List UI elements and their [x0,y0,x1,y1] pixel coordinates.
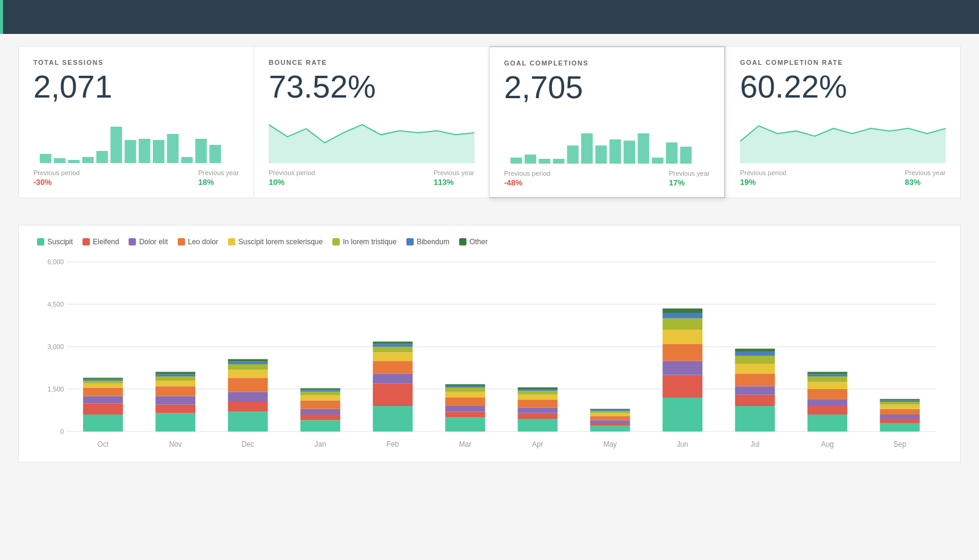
metric-footer-left-pct-goal-completions: -48% [504,178,550,187]
metric-footer-total-sessions: Previous period-30%Previous year18% [33,169,239,187]
legend-label: Suscipit lorem scelerisque [238,238,323,246]
metric-footer-left-goal-completion-rate: Previous period19% [740,169,786,187]
metric-footer-right-pct-total-sessions: 18% [198,178,239,187]
metric-footer-left-label-goal-completion-rate: Previous period [740,169,786,176]
metric-chart-total-sessions [33,108,239,163]
bar-segment [518,389,558,391]
metric-value-total-sessions: 2,071 [33,71,239,102]
month-label: Jun [677,440,688,448]
metric-footer-right-total-sessions: Previous year18% [198,169,239,187]
chart-container: SuscipitEleifendDolor elitLeo dolorSusci… [18,225,961,462]
bar-segment [83,384,123,388]
month-label: Jan [315,440,326,448]
legend-label: Suscipit [47,238,73,246]
bar-segment [735,406,775,432]
svg-rect-18 [581,133,593,164]
legend-item: Suscipit [37,238,73,246]
legend-item: Other [459,238,488,246]
svg-rect-5 [110,127,122,163]
bar-segment [518,413,558,419]
bar-segment [735,364,775,373]
bar-segment [590,426,630,432]
metric-footer-left-bounce-rate: Previous period10% [269,169,315,187]
bar-segment [662,313,702,318]
bar-segment [662,318,702,330]
metric-footer-right-goal-completions: Previous year17% [669,170,710,187]
svg-rect-3 [82,157,94,163]
bottom-section: SuscipitEleifendDolor elitLeo dolorSusci… [0,210,979,481]
legend-color [37,238,44,245]
svg-rect-10 [181,157,193,163]
metric-footer-right-pct-goal-completion-rate: 83% [905,178,946,187]
bar-segment [735,352,775,356]
bar-segment [228,378,268,392]
bar-segment [445,406,485,412]
svg-rect-4 [96,151,108,163]
bar-segment [373,361,413,373]
svg-rect-1 [54,158,66,163]
legend-item: Suscipit lorem scelerisque [228,238,323,246]
metric-footer-right-goal-completion-rate: Previous year83% [905,169,946,187]
bar-segment [373,347,413,352]
bar-segment [807,406,847,415]
svg-rect-17 [567,145,579,164]
bar-segment [300,420,340,432]
metric-footer-left-pct-total-sessions: -30% [33,178,79,187]
bar-segment [373,352,413,361]
metric-card-bounce-rate: BOUNCE RATE73.52%Previous period10%Previ… [254,46,490,198]
bar-segment [880,419,920,423]
metric-footer-right-pct-bounce-rate: 113% [434,178,474,187]
bar-segment [662,361,702,375]
bar-segment [518,387,558,389]
metric-footer-left-label-total-sessions: Previous period [33,169,79,176]
bar-segment [445,384,485,386]
bar-segment [155,372,195,375]
bar-segment [807,376,847,382]
bar-segment [662,344,702,361]
legend-item: Dolor elit [129,238,167,246]
legend-item: Eleifend [82,238,119,246]
svg-text:4,500: 4,500 [47,301,64,308]
svg-rect-20 [610,139,621,164]
metric-chart-goal-completion-rate [740,108,946,163]
bar-segment [518,395,558,399]
metric-value-bounce-rate: 73.52% [269,71,474,102]
svg-rect-12 [209,145,221,163]
bar-segment [228,402,268,412]
bar-segment [518,407,558,413]
bar-segment [735,373,775,386]
bar-segment [155,413,195,432]
metric-footer-left-pct-bounce-rate: 10% [269,178,315,187]
bar-segment [807,374,847,376]
bar-segment [300,401,340,409]
month-label: Jul [750,440,759,448]
bar-segment [83,403,123,415]
metrics-row: TOTAL SESSIONS2,071Previous period-30%Pr… [0,34,979,210]
svg-text:0: 0 [60,428,64,435]
legend-item: Leo dolor [178,238,218,246]
bar-segment [880,402,920,405]
bar-segment [300,395,340,400]
metric-chart-goal-completions [504,109,710,164]
legend: SuscipitEleifendDolor elitLeo dolorSusci… [37,238,942,246]
legend-color [82,238,90,245]
bar-segment [445,412,485,417]
bar-segment [83,378,123,379]
bar-segment [155,386,195,396]
bar-segment [735,356,775,364]
metric-card-total-sessions: TOTAL SESSIONS2,071Previous period-30%Pr… [18,46,254,198]
metric-footer-left-pct-goal-completion-rate: 19% [740,178,786,187]
month-label: Feb [386,440,399,448]
bar-segment [83,388,123,396]
metric-value-goal-completions: 2,705 [504,72,710,103]
metric-chart-bounce-rate [269,108,474,163]
bar-segment [155,381,195,386]
metric-label-goal-completion-rate: GOAL COMPLETION RATE [740,59,946,66]
bar-segment [300,415,340,420]
bar-chart-area: 01,5003,0004,5006,000OctNovDecJanFebMarA… [37,256,942,450]
metric-footer-right-label-bounce-rate: Previous year [434,169,474,176]
svg-rect-13 [511,158,522,164]
legend-color [228,238,235,245]
svg-rect-9 [167,134,178,163]
bar-segment [83,415,123,432]
